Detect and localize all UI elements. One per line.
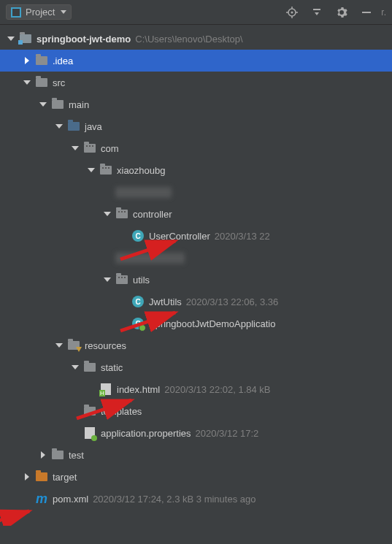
class-icon: C [131,296,145,307]
collapse-all-icon[interactable] [307,3,327,22]
module-folder-icon [19,33,32,45]
item-label: main [69,99,89,110]
gear-icon[interactable] [331,3,352,22]
tree-item-idea[interactable]: .idea [0,50,392,72]
tree-item-utils[interactable]: utils [0,269,392,291]
item-label: templates [101,406,142,417]
tree-item-hidden[interactable]: ████ [0,181,392,203]
expander-icon[interactable] [86,165,96,175]
expander-icon[interactable] [70,362,80,372]
dropdown-arrow-icon [61,10,66,14]
folder-icon [83,361,96,373]
locate-icon[interactable] [282,3,302,22]
expander-icon[interactable] [22,55,32,66]
tree-root[interactable]: springboot-jwt-demo C:\Users\lenovo\Desk… [0,28,392,50]
expander-icon[interactable] [70,143,80,153]
item-label: pom.xml [53,494,88,505]
item-label: test [69,450,84,461]
maven-file-icon: m [35,493,48,505]
expander-icon[interactable] [22,77,32,88]
expander-icon[interactable] [54,121,64,131]
class-icon: C [131,230,145,242]
item-label: JwtUtils [149,296,182,307]
tree-item-templates[interactable]: templates [0,400,392,422]
package-icon [83,142,96,154]
item-meta: 2020/3/13 22:02, 1.84 kB [164,384,270,395]
tree-item-app-class[interactable]: C SpringbootJwtDemoApplicatio [0,313,392,334]
tree-item-resources[interactable]: resources [0,334,392,356]
project-tree: springboot-jwt-demo C:\Users\lenovo\Desk… [0,25,392,510]
folder-icon [35,55,48,66]
tree-item-xiaozhoubg[interactable]: xiaozhoubg [0,159,392,181]
source-folder-icon [67,120,80,132]
package-icon [115,208,128,220]
redacted-label: ████ [115,187,172,198]
hide-icon[interactable] [356,3,377,22]
redacted-label: ██████ [115,253,185,264]
tree-item-pom[interactable]: m pom.xml 2020/3/12 17:24, 2.3 kB 3 minu… [0,488,392,510]
folder-icon [51,99,64,110]
item-label: static [101,362,123,373]
resources-folder-icon [67,340,80,351]
project-view-label: Project [26,7,55,18]
item-label: index.html [117,384,160,395]
item-label: com [101,143,119,154]
package-icon [115,274,128,286]
project-window-icon [11,7,21,18]
project-toolbar: Project r. [0,0,392,25]
tree-item-jwt-utils[interactable]: C JwtUtils 2020/3/13 22:06, 3.36 [0,291,392,313]
item-label: utils [133,275,150,286]
item-label: xiaozhoubg [117,165,166,176]
svg-point-1 [291,11,293,13]
expander-icon[interactable] [22,472,32,482]
expander-icon[interactable] [102,275,112,285]
springboot-class-icon: C [131,318,145,329]
svg-rect-8 [362,12,371,13]
expander-icon[interactable] [38,99,48,110]
root-path: C:\Users\lenovo\Desktop\ [135,34,242,45]
item-label: UserController [149,231,210,242]
item-label: src [53,77,65,88]
svg-rect-6 [313,9,320,10]
tree-item-java[interactable]: java [0,115,392,137]
item-meta: 2020/3/13 22 [215,231,270,242]
item-label: java [85,121,102,132]
tree-item-src[interactable]: src [0,72,392,93]
tree-item-app-props[interactable]: application.properties 2020/3/12 17:2 [0,422,392,444]
tree-item-static[interactable]: static [0,356,392,378]
expander-icon[interactable] [38,450,48,460]
item-meta: 2020/3/12 17:2 [196,428,259,439]
expander-icon[interactable] [102,209,112,219]
item-meta: 2020/3/12 17:24, 2.3 kB 3 minutes ago [93,494,255,505]
expander-icon[interactable] [54,340,64,350]
tree-item-controller[interactable]: controller [0,203,392,225]
properties-file-icon [83,427,96,439]
item-label: SpringbootJwtDemoApplicatio [149,318,275,329]
item-meta: 2020/3/13 22:06, 3.36 [186,296,279,307]
folder-icon [35,77,48,88]
tree-item-main[interactable]: main [0,93,392,115]
item-label: resources [85,340,126,351]
svg-line-13 [0,511,29,522]
tree-item-index-html[interactable]: index.html 2020/3/13 22:02, 1.84 kB [0,378,392,400]
root-name: springboot-jwt-demo [36,34,131,45]
folder-icon [51,449,64,461]
expander-icon[interactable] [6,34,16,44]
tree-item-target[interactable]: target [0,466,392,488]
project-view-selector[interactable]: Project [6,4,72,20]
tree-item-test[interactable]: test [0,444,392,466]
item-label: target [53,472,77,483]
tree-item-hidden[interactable]: ██████ [0,247,392,269]
item-label: application.properties [101,428,191,439]
folder-icon [83,405,96,417]
item-label: controller [133,209,172,220]
target-folder-icon [35,471,48,483]
tree-item-user-controller[interactable]: C UserController 2020/3/13 22 [0,225,392,247]
package-icon [99,164,112,176]
item-label: .idea [53,55,73,66]
svg-marker-7 [315,12,319,15]
html-file-icon [99,383,112,395]
tree-item-com[interactable]: com [0,137,392,159]
right-edge-text: r. [381,7,386,18]
